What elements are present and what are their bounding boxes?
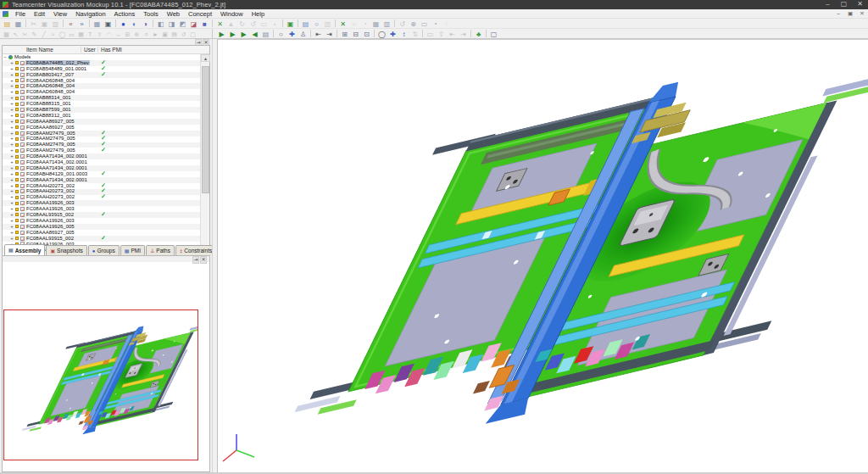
tree-row[interactable]: +✓FC08AAD60848_004 [3, 83, 201, 89]
expander-icon[interactable]: + [9, 206, 14, 212]
expander-icon[interactable]: + [9, 125, 14, 131]
expander-icon[interactable]: + [9, 153, 14, 159]
section-circle-icon[interactable]: ○ [348, 19, 359, 28]
saved-views-icon[interactable]: ▭ [419, 19, 430, 28]
expander-icon[interactable]: + [9, 66, 14, 72]
menu-actions[interactable]: Actions [110, 9, 140, 19]
play-animation-icon[interactable]: ▶ [227, 29, 238, 38]
visibility-checkbox-icon[interactable]: ✓ [20, 219, 25, 223]
scroll-up-icon[interactable]: ▲ [201, 54, 210, 62]
visibility-checkbox-icon[interactable]: ✓ [20, 237, 25, 241]
view-user-icon[interactable]: ■ [199, 19, 210, 28]
clip-section-icon[interactable]: ▭ [425, 29, 436, 38]
tree-row[interactable]: +✓FC08AAA19926_005 [3, 224, 201, 230]
expander-icon[interactable]: − [3, 54, 8, 60]
tree-row[interactable]: +✓FC08AB803417_007✓ [3, 72, 201, 78]
visibility-checkbox-icon[interactable]: ✓ [20, 61, 25, 65]
menu-tools[interactable]: Tools [139, 9, 163, 19]
tree-row[interactable]: +✓FC08AB88314_001 [3, 95, 201, 101]
visibility-checkbox-icon[interactable]: ✓ [20, 90, 25, 94]
seek-end-icon[interactable]: ⇥ [324, 29, 335, 38]
tree-row[interactable]: +✓FC08AAA86927_005 [3, 119, 201, 125]
visibility-checkbox-icon[interactable]: ✓ [20, 108, 25, 112]
visibility-checkbox-icon[interactable]: ✓ [20, 142, 25, 147]
markup-tool-icon[interactable]: ✕ [214, 19, 225, 28]
tab-assembly[interactable]: ▤Assembly [4, 244, 45, 255]
undo-icon[interactable]: « [65, 19, 76, 28]
expander-icon[interactable]: + [9, 212, 14, 218]
section-quarter-icon[interactable]: ◔ [359, 19, 370, 28]
tree-row[interactable]: +✓FC08AB88312_001 [3, 113, 201, 119]
text-insert-icon[interactable]: T [86, 29, 95, 38]
hide-part-icon[interactable]: ⇧ [436, 29, 447, 38]
snap-point-icon[interactable]: ▪ [270, 19, 281, 28]
view-orbit-sphere-icon[interactable]: ● [118, 19, 129, 28]
visibility-checkbox-icon[interactable]: ✓ [20, 137, 25, 141]
visibility-checkbox-icon[interactable]: ✓ [20, 231, 25, 235]
visibility-checkbox-icon[interactable]: ✓ [20, 96, 25, 100]
mdi-close-button[interactable]: ✕ [856, 9, 868, 18]
overview-viewport-rect[interactable] [3, 309, 198, 460]
select-markup-icon[interactable]: ▩ [2, 29, 11, 38]
visibility-checkbox-icon[interactable]: ✓ [20, 73, 25, 77]
zoom-mode-icon[interactable]: ↕ [398, 29, 409, 38]
tree-row[interactable]: +✓FC08AAD60848_004 [3, 78, 201, 84]
expander-icon[interactable]: + [9, 148, 14, 153]
tab-groups[interactable]: ●Groups [88, 245, 120, 255]
visibility-checkbox-icon[interactable]: ✓ [20, 172, 25, 176]
arrow-up-icon[interactable]: ⇧ [95, 29, 104, 38]
expander-icon[interactable]: + [9, 95, 14, 101]
visibility-checkbox-icon[interactable]: ✓ [20, 114, 25, 118]
ellipse-draw-icon[interactable]: ◯ [58, 29, 67, 38]
list-view-icon[interactable]: ≡ [142, 29, 151, 38]
tree-row[interactable]: +✓FC08AAA71434_002.0001 [3, 159, 201, 165]
open-file-icon[interactable]: ▤ [2, 19, 13, 28]
step-forward-icon[interactable]: ▶ [216, 29, 227, 38]
visibility-checkbox-icon[interactable]: ✓ [20, 213, 25, 217]
visibility-checkbox-icon[interactable]: ✓ [20, 201, 25, 205]
align-view-icon[interactable]: ▲ [225, 19, 236, 28]
visibility-checkbox-icon[interactable]: ✓ [20, 120, 25, 124]
grid-toggle-icon[interactable]: ⊞ [123, 29, 132, 38]
cut-icon[interactable]: ✂ [28, 19, 39, 28]
zoom-magnifier-icon[interactable]: ○ [275, 29, 287, 38]
menu-edit[interactable]: Edit [30, 9, 49, 19]
expander-icon[interactable]: + [9, 183, 14, 189]
view-iso-icon[interactable]: ◪ [188, 19, 199, 28]
note-markup-icon[interactable]: ▣ [160, 29, 170, 38]
pmi-display-icon[interactable]: ⊕ [408, 19, 419, 28]
walk-tool-icon[interactable]: ♙ [298, 29, 309, 38]
tree-row[interactable]: +✓FC08AAM27479_005✓ [3, 148, 201, 153]
tab-constraints[interactable]: ‡Constraints [175, 245, 216, 255]
paste-icon[interactable]: ▥ [50, 19, 61, 28]
expander-icon[interactable]: + [9, 236, 14, 242]
tree-row[interactable]: +✓FC08AAA19926_003 [3, 218, 201, 224]
scroll-thumb[interactable] [202, 66, 209, 193]
expander-icon[interactable]: + [9, 188, 14, 194]
visibility-checkbox-icon[interactable]: ✓ [20, 189, 25, 193]
menu-navigation[interactable]: Navigation [71, 9, 109, 19]
menu-view[interactable]: View [49, 9, 71, 19]
expander-icon[interactable]: + [9, 224, 14, 230]
model-views-icon[interactable]: ▣ [285, 19, 296, 28]
view-front-icon[interactable]: ◧ [155, 19, 166, 28]
tree-row[interactable]: +✓FC08AAA71434_002.0001 [3, 153, 201, 159]
visibility-checkbox-icon[interactable]: ✓ [20, 102, 25, 106]
seek-start-icon[interactable]: ⇤ [313, 29, 324, 38]
prev-view-icon[interactable]: ⇤ [447, 29, 458, 38]
menu-web[interactable]: Web [163, 9, 184, 19]
expander-icon[interactable]: + [9, 131, 14, 137]
window-markup-icon[interactable]: ▢ [188, 29, 198, 38]
dimension-icon[interactable]: ↔ [114, 29, 123, 38]
expander-icon[interactable]: + [9, 171, 14, 177]
rect-draw-icon[interactable]: ▭ [67, 29, 76, 38]
redo-icon[interactable]: » [76, 19, 87, 28]
orbit-mode-icon[interactable]: ◯ [376, 29, 387, 38]
measure-icon[interactable]: ▭ [259, 19, 270, 28]
expander-icon[interactable]: + [9, 78, 14, 84]
snapshot-view-icon[interactable]: ▤ [260, 29, 271, 38]
window-split-icon[interactable]: ⊟ [350, 29, 361, 38]
capture-image-icon[interactable]: ▤ [300, 19, 311, 28]
rotate-cw-icon[interactable]: ↻ [236, 19, 248, 28]
annotation-icon[interactable]: ▫ [441, 19, 452, 28]
